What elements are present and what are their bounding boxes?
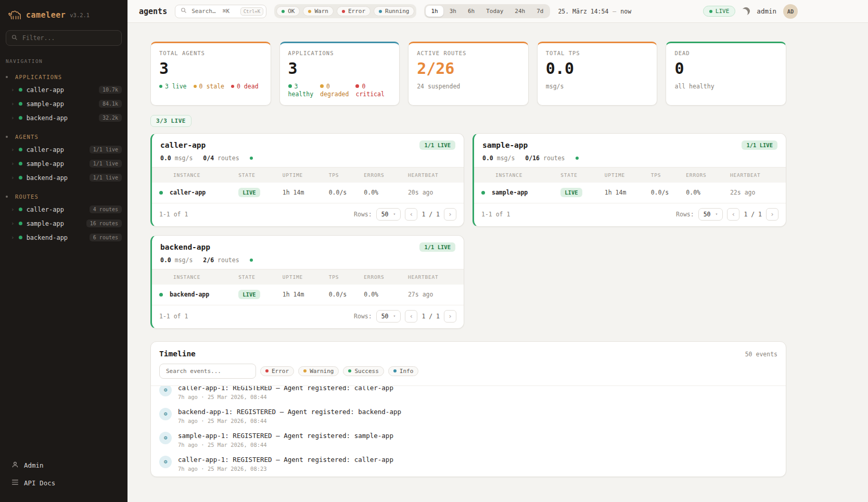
- time-range-3h[interactable]: 3h: [444, 6, 462, 17]
- col-instance: INSTANCE: [481, 172, 560, 178]
- timeline-filter-warning[interactable]: Warning: [298, 366, 339, 376]
- sidebar-item-agents-sample-app[interactable]: › sample-app 1/1 live: [0, 157, 127, 171]
- next-page-button[interactable]: ›: [444, 208, 456, 221]
- page: cameleer v3.2.1 NAVIGATION APPLICATIONS …: [0, 0, 868, 502]
- cell-errors: 0.0%: [686, 189, 730, 196]
- routes-unit: routes: [218, 155, 239, 162]
- pill-label: Warning: [310, 368, 334, 375]
- timeline-filter-info[interactable]: Info: [388, 366, 419, 376]
- event-gear-icon: ⚙: [159, 385, 172, 396]
- logo: cameleer v3.2.1: [0, 0, 127, 26]
- live-status-badge[interactable]: LIVE: [703, 6, 736, 17]
- timeline-event[interactable]: ⚙ caller-app-1: REGISTERED — Agent regis…: [151, 453, 786, 475]
- cell-uptime: 1h 14m: [605, 189, 651, 196]
- timeline-search[interactable]: [159, 364, 256, 379]
- item-badge: 1/1 live: [90, 160, 122, 168]
- sidebar-item-applications-caller-app[interactable]: › caller-app 10.7k: [0, 83, 127, 97]
- sidebar-item-routes-backend-app[interactable]: › backend-app 6 routes: [0, 230, 127, 244]
- prev-page-button[interactable]: ‹: [727, 208, 739, 221]
- sidebar-item-routes-sample-app[interactable]: › sample-app 16 routes: [0, 216, 127, 230]
- row-range: 1-1 of 1: [481, 211, 510, 218]
- sidebar-item-admin[interactable]: Admin: [0, 456, 127, 474]
- item-label: backend-app: [27, 114, 68, 122]
- time-range-7d[interactable]: 7d: [531, 6, 548, 17]
- table-row[interactable]: sample-app LIVE 1h 14m 0.0/s 0.0% 22s ag…: [474, 183, 786, 203]
- event-gear-icon: ⚙: [159, 456, 172, 468]
- rows-per-page-select[interactable]: 50▾: [376, 208, 401, 221]
- cell-instance: sample-app: [492, 189, 528, 196]
- global-search[interactable]: Ctrl+K: [175, 5, 266, 18]
- search-input[interactable]: [190, 7, 236, 15]
- timeline-search-input[interactable]: [165, 367, 250, 375]
- time-range-today[interactable]: Today: [481, 6, 508, 17]
- filter-pill-warn[interactable]: Warn: [303, 6, 334, 16]
- filter-pill-running[interactable]: Running: [374, 6, 414, 16]
- timeline-event-list[interactable]: ⚙ caller-app-1: REGISTERED — Agent regis…: [151, 385, 786, 477]
- sidebar-item-api-docs[interactable]: API Docs: [0, 474, 127, 492]
- table-row[interactable]: caller-app LIVE 1h 14m 0.0/s 0.0% 20s ag…: [152, 183, 464, 203]
- next-page-button[interactable]: ›: [444, 310, 456, 323]
- filter-pill-error[interactable]: Error: [337, 6, 371, 16]
- timeline-filter-success[interactable]: Success: [343, 366, 384, 376]
- rows-per-page-select[interactable]: 50▾: [698, 208, 723, 221]
- filter-input[interactable]: [21, 34, 116, 42]
- pill-label: Error: [272, 368, 289, 375]
- routes-value: 0/16: [525, 155, 540, 162]
- routes-value: 2/6: [203, 256, 214, 264]
- api-docs-label: API Docs: [24, 479, 55, 487]
- avatar[interactable]: AD: [783, 4, 798, 19]
- next-page-button[interactable]: ›: [766, 208, 778, 221]
- table-row[interactable]: backend-app LIVE 1h 14m 0.0/s 0.0% 27s a…: [152, 285, 464, 305]
- timeline-event[interactable]: ⚙ backend-app-1: REGISTERED — Agent regi…: [151, 405, 786, 427]
- stat-sub: all healthy: [674, 83, 777, 90]
- agents-live: 3 live: [165, 83, 187, 90]
- live-dot-icon: [709, 10, 712, 13]
- item-label: backend-app: [27, 174, 68, 182]
- main: agents Ctrl+K OK Warn: [127, 0, 868, 502]
- dark-mode-toggle-moon-icon[interactable]: [742, 7, 750, 15]
- time-range-24h[interactable]: 24h: [509, 6, 530, 17]
- status-dot: [19, 102, 22, 106]
- item-label: sample-app: [27, 100, 64, 108]
- section-label: ROUTES: [15, 194, 39, 200]
- prev-page-button[interactable]: ‹: [405, 310, 417, 323]
- date-end: now: [620, 8, 631, 15]
- page-title: agents: [139, 7, 167, 16]
- filter-pill-ok[interactable]: OK: [276, 6, 300, 16]
- rows-per-page-select[interactable]: 50▾: [376, 310, 401, 323]
- error-dot-icon: [265, 369, 269, 372]
- instance-dot-icon: [159, 293, 163, 297]
- section-header-agents[interactable]: AGENTS: [0, 131, 127, 143]
- pill-label: Success: [354, 368, 378, 375]
- sidebar-item-applications-sample-app[interactable]: › sample-app 84.1k: [0, 97, 127, 111]
- sidebar-item-applications-backend-app[interactable]: › backend-app 32.2k: [0, 111, 127, 125]
- time-range-1h[interactable]: 1h: [426, 6, 443, 17]
- sidebar-item-agents-backend-app[interactable]: › backend-app 1/1 live: [0, 171, 127, 185]
- healthy-count: 3: [295, 83, 298, 90]
- section-header-routes[interactable]: ROUTES: [0, 191, 127, 202]
- stat-card-applications: APPLICATIONS 3 3 healthy 0 degraded 0: [279, 42, 400, 106]
- event-time: 7h ago · 25 Mar 2026, 08:23: [178, 466, 393, 472]
- event-title: caller-app-1: REGISTERED — Agent registe…: [178, 456, 393, 464]
- timeline-event[interactable]: ⚙ sample-app-1: REGISTERED — Agent regis…: [151, 429, 786, 451]
- tps-value: 0.0: [160, 155, 171, 162]
- timeline-event[interactable]: ⚙ caller-app-1: REGISTERED — Agent regis…: [151, 385, 786, 403]
- event-gear-icon: ⚙: [159, 408, 172, 420]
- tps-unit: msg/s: [175, 155, 193, 162]
- stat-value: 3: [159, 60, 262, 77]
- chevron-right-icon: ›: [11, 206, 15, 213]
- item-label: caller-app: [27, 86, 64, 94]
- time-range-6h[interactable]: 6h: [463, 6, 480, 17]
- sidebar-item-agents-caller-app[interactable]: › caller-app 1/1 live: [0, 143, 127, 157]
- item-badge: 6 routes: [90, 234, 122, 241]
- section-header-applications[interactable]: APPLICATIONS: [0, 71, 127, 83]
- date-start: 25. März 14:54: [558, 8, 608, 15]
- timeline-filter-error[interactable]: Error: [260, 366, 294, 376]
- chevron-down-icon: ▾: [393, 212, 396, 216]
- sidebar-item-routes-caller-app[interactable]: › caller-app 4 routes: [0, 202, 127, 216]
- routes-value: 0/4: [203, 155, 214, 162]
- rows-value: 50: [704, 211, 711, 218]
- prev-page-button[interactable]: ‹: [405, 208, 417, 221]
- sidebar-filter[interactable]: [6, 30, 122, 46]
- chevron-right-icon: ›: [11, 220, 15, 227]
